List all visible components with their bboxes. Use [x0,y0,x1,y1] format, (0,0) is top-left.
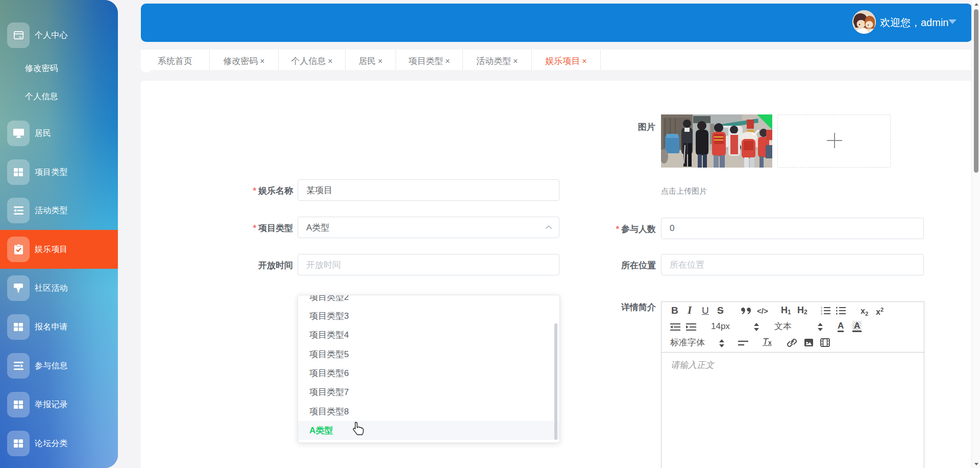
svg-text:3: 3 [821,312,822,315]
